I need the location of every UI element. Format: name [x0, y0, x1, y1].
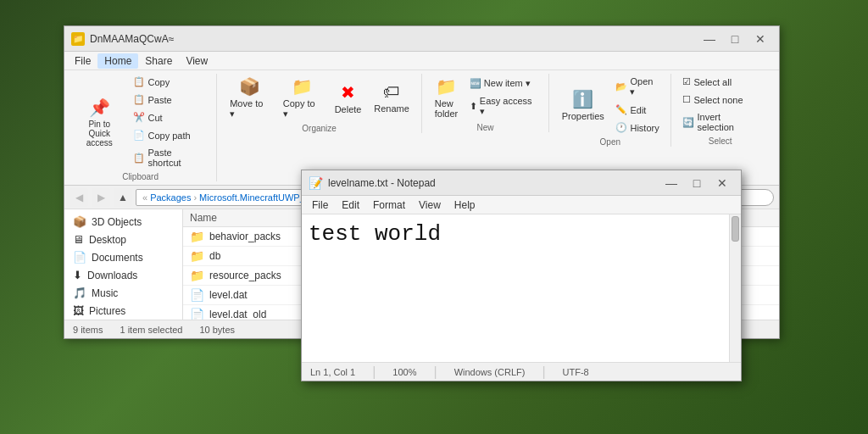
sidebar-item-3d-objects[interactable]: 📦 3D Objects	[64, 213, 182, 231]
easy-access-icon: ⬆	[470, 101, 477, 112]
menu-view[interactable]: View	[179, 53, 214, 69]
explorer-title: DnMAAMaQCwA≈	[90, 33, 174, 45]
paste-shortcut-icon: 📋	[133, 153, 145, 164]
scissors-icon: ✂️	[133, 112, 145, 123]
delete-icon: ✖	[341, 82, 355, 103]
paste-shortcut-button[interactable]: 📋 Paste shortcut	[129, 145, 209, 170]
notepad-close-button[interactable]: ✕	[710, 174, 734, 192]
notepad-minimize-button[interactable]: —	[659, 174, 683, 192]
new-label: New	[477, 123, 494, 132]
clipboard-label: Clipboard	[122, 172, 159, 181]
explorer-title-bar: 📁 DnMAAMaQCwA≈ — □ ✕	[64, 26, 779, 52]
notepad-status-bar: Ln 1, Col 1 | 100% | Windows (CRLF) | UT…	[302, 362, 741, 381]
select-none-icon: ☐	[682, 94, 691, 105]
explorer-icon: 📁	[71, 32, 85, 46]
up-button[interactable]: ▲	[114, 188, 132, 207]
select-none-button[interactable]: ☐ Select none	[678, 92, 762, 108]
copy-to-button[interactable]: 📁 Copy to ▾	[277, 74, 327, 122]
easy-access-button[interactable]: ⬆ Easy access ▾	[465, 93, 542, 120]
cut-button[interactable]: ✂️ Cut	[129, 109, 209, 125]
sidebar-item-music[interactable]: 🎵 Music	[64, 284, 182, 302]
notepad-window: 📝 levelname.txt - Notepad — □ ✕ File Edi…	[301, 170, 742, 381]
paste-button[interactable]: 📋 Paste	[129, 92, 209, 108]
sidebar-item-documents[interactable]: 📄 Documents	[64, 248, 182, 266]
copy-icon: 📋	[133, 76, 145, 87]
menu-file[interactable]: File	[68, 53, 97, 69]
organize-buttons: 📦 Move to ▾ 📁 Copy to ▾ ✖ Delete 🏷 Renam…	[224, 74, 415, 122]
menu-home[interactable]: Home	[97, 53, 138, 69]
np-menu-format[interactable]: Format	[366, 198, 412, 213]
notepad-menu-bar: File Edit Format View Help	[302, 196, 741, 214]
menu-share[interactable]: Share	[138, 53, 179, 69]
np-menu-edit[interactable]: Edit	[335, 198, 366, 213]
select-all-icon: ☑	[682, 76, 691, 87]
scroll-handle[interactable]	[732, 216, 739, 242]
new-folder-button[interactable]: 📁 Newfolder	[429, 74, 464, 121]
copy-button[interactable]: 📋 Copy	[129, 74, 209, 90]
close-button[interactable]: ✕	[748, 30, 772, 48]
np-menu-help[interactable]: Help	[448, 198, 482, 213]
new-item-icon: 🆕	[470, 78, 481, 89]
history-icon: 🕐	[615, 122, 627, 133]
copy-path-icon: 📄	[133, 130, 145, 141]
invert-selection-button[interactable]: 🔄 Invert selection	[678, 109, 762, 135]
rename-button[interactable]: 🏷 Rename	[369, 80, 415, 116]
notepad-title-left: 📝 levelname.txt - Notepad	[309, 176, 436, 190]
crumb-packages[interactable]: Packages	[150, 192, 191, 203]
back-button[interactable]: ◀	[70, 188, 88, 207]
notepad-window-controls: — □ ✕	[659, 174, 734, 192]
edit-button[interactable]: ✏️ Edit	[611, 102, 664, 118]
ribbon-group-clipboard: 📌 Pin to Quickaccess 📋 Copy 📋 Paste ✂️ C…	[71, 74, 217, 181]
explorer-menu-bar: File Home Share View	[64, 52, 779, 70]
folder-icon: 📁	[190, 269, 204, 282]
paste-icon: 📋	[133, 94, 145, 105]
pictures-icon: 🖼	[73, 304, 84, 317]
copy-path-button[interactable]: 📄 Copy path	[129, 127, 209, 143]
file-icon: 📄	[190, 308, 204, 320]
delete-button[interactable]: ✖ Delete	[329, 80, 367, 117]
pin-to-quick-access-button[interactable]: 📌 Pin to Quickaccess	[71, 95, 127, 150]
copy-to-icon: 📁	[292, 76, 313, 97]
open-buttons: ℹ️ Properties 📂 Open ▾ ✏️ Edit 🕐 History	[556, 74, 664, 136]
documents-icon: 📄	[73, 251, 86, 264]
select-all-button[interactable]: ☑ Select all	[678, 74, 762, 90]
music-icon: 🎵	[73, 287, 86, 299]
ribbon: 📌 Pin to Quickaccess 📋 Copy 📋 Paste ✂️ C…	[64, 70, 779, 186]
sidebar-item-pictures[interactable]: 🖼 Pictures	[64, 302, 182, 320]
sidebar-item-desktop[interactable]: 🖥 Desktop	[64, 231, 182, 248]
3d-objects-icon: 📦	[73, 215, 86, 228]
history-button[interactable]: 🕐 History	[611, 120, 664, 136]
ribbon-group-select: ☑ Select all ☐ Select none 🔄 Invert sele…	[678, 74, 769, 146]
open-icon: 📂	[615, 81, 627, 92]
rename-icon: 🏷	[383, 82, 400, 102]
notepad-text: test world	[309, 221, 441, 247]
edit-icon: ✏️	[615, 104, 627, 115]
notepad-maximize-button[interactable]: □	[685, 174, 709, 192]
maximize-button[interactable]: □	[723, 30, 747, 48]
open-button[interactable]: 📂 Open ▾	[611, 74, 664, 100]
sidebar: 📦 3D Objects 🖥 Desktop 📄 Documents ⬇ Dow…	[64, 209, 183, 320]
pin-icon: 📌	[89, 97, 110, 118]
notepad-content[interactable]: test world	[302, 214, 741, 362]
window-controls: — □ ✕	[698, 30, 772, 48]
properties-button[interactable]: ℹ️ Properties	[556, 86, 609, 124]
forward-button[interactable]: ▶	[92, 188, 110, 207]
new-item-button[interactable]: 🆕 New item ▾	[465, 75, 542, 92]
folder-icon: 📁	[190, 249, 204, 263]
file-size: 10 bytes	[199, 325, 235, 335]
notepad-icon: 📝	[309, 176, 323, 190]
minimize-button[interactable]: —	[698, 30, 721, 48]
move-to-button[interactable]: 📦 Move to ▾	[224, 74, 275, 122]
ribbon-group-new: 📁 Newfolder 🆕 New item ▾ ⬆ Easy access ▾…	[429, 74, 549, 132]
notepad-title-bar: 📝 levelname.txt - Notepad — □ ✕	[302, 170, 741, 196]
np-menu-file[interactable]: File	[305, 198, 335, 213]
file-icon: 📄	[190, 288, 204, 302]
sidebar-item-downloads[interactable]: ⬇ Downloads	[64, 266, 182, 284]
zoom-level: 100%	[392, 367, 416, 377]
selected-count: 1 item selected	[120, 325, 182, 335]
np-menu-view[interactable]: View	[412, 198, 448, 213]
line-ending: Windows (CRLF)	[454, 367, 526, 377]
open-label: Open	[600, 137, 620, 147]
notepad-scrollbar[interactable]	[729, 214, 741, 362]
ribbon-group-organize: 📦 Move to ▾ 📁 Copy to ▾ ✖ Delete 🏷 Renam…	[224, 74, 422, 133]
